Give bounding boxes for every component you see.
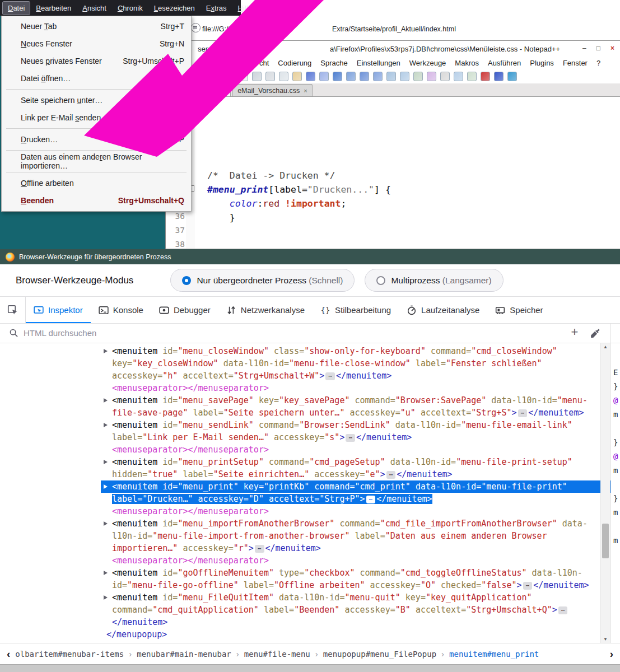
expand-arrow-icon[interactable] bbox=[104, 571, 108, 575]
scroll-down-icon[interactable]: ▼ bbox=[601, 637, 610, 642]
markup-line[interactable]: <menuitem id="goOfflineMenuitem" type="c… bbox=[101, 567, 620, 579]
close-all-icon[interactable] bbox=[239, 72, 248, 81]
copy-icon[interactable] bbox=[279, 72, 288, 81]
scroll-up-icon[interactable]: ▲ bbox=[601, 344, 610, 349]
markup-line[interactable]: l10n-id="menu-file-import-from-another-b… bbox=[101, 530, 620, 542]
file-menu-item[interactable]: Drucken…Strg+P bbox=[2, 130, 191, 148]
file-menu-item[interactable]: Link per E-Mail senden… bbox=[2, 109, 191, 126]
minimize-icon[interactable]: – bbox=[582, 44, 586, 52]
collapsed-content-badge[interactable]: ⋯ bbox=[518, 409, 528, 417]
expand-arrow-icon[interactable] bbox=[104, 484, 108, 489]
breadcrumb-forward-icon[interactable]: › bbox=[610, 648, 613, 660]
paste-icon[interactable] bbox=[292, 72, 302, 81]
document-map-icon[interactable] bbox=[454, 72, 463, 81]
file-menu-item[interactable]: Datei öffnen… bbox=[2, 69, 191, 87]
notepadpp-menu-item[interactable]: Einstellungen bbox=[357, 59, 400, 67]
notepadpp-menu-item[interactable]: Plugins bbox=[530, 59, 554, 67]
code-line[interactable]: #menu_print[label="Drucken..."] { bbox=[207, 184, 391, 196]
function-list-icon[interactable] bbox=[467, 72, 477, 81]
file-menu-item[interactable]: BeendenStrg+Umschalt+Q bbox=[2, 192, 191, 209]
radio-icon[interactable] bbox=[182, 276, 191, 285]
expand-arrow-icon[interactable] bbox=[104, 398, 108, 403]
breadcrumb-item[interactable]: menupopup#menu_FilePopup bbox=[323, 650, 436, 659]
node-picker-button[interactable] bbox=[0, 297, 26, 323]
toolbox-titlebar[interactable]: Browser-Werkzeuge für übergeordneten Pro… bbox=[0, 249, 620, 264]
close-tab-icon[interactable]: × bbox=[304, 87, 307, 94]
markup-line[interactable]: <menuseparator></menuseparator> bbox=[101, 505, 620, 517]
zoom-out-icon[interactable] bbox=[373, 72, 383, 81]
markup-line[interactable]: <menuitem id="menu_sendLink" command="Br… bbox=[101, 419, 620, 431]
menubar-item-chronik[interactable]: Chronik bbox=[113, 2, 148, 15]
file-menu-item[interactable]: Neues privates FensterStrg+Umschalt+P bbox=[2, 52, 191, 69]
add-node-button[interactable]: + bbox=[567, 325, 582, 339]
word-wrap-icon[interactable] bbox=[413, 72, 423, 81]
markup-line[interactable]: hidden="true" label="Seite einrichten…" … bbox=[101, 468, 620, 480]
notepadpp-menu-item[interactable]: Fenster bbox=[563, 59, 588, 67]
markup-line[interactable]: id="menu-file-go-offline" label="Offline… bbox=[101, 579, 620, 591]
menubar-item-extras[interactable]: Extras bbox=[201, 2, 232, 15]
sync-vertical-icon[interactable] bbox=[386, 72, 396, 81]
notepadpp-menu-item[interactable]: Sprache bbox=[320, 59, 347, 67]
close-icon[interactable]: × bbox=[610, 44, 614, 52]
collapsed-content-badge[interactable]: ⋯ bbox=[325, 372, 335, 380]
save-icon[interactable] bbox=[198, 72, 208, 81]
print-icon[interactable] bbox=[252, 72, 262, 81]
redo-icon[interactable] bbox=[319, 72, 329, 81]
breadcrumb-item[interactable]: menu#file-menu bbox=[244, 650, 310, 659]
breadcrumb-back-icon[interactable]: ‹ bbox=[7, 648, 10, 660]
markup-line[interactable]: <menuitem id="menu_closeWindow" class="s… bbox=[101, 345, 620, 357]
markup-line-selected[interactable]: label="Drucken…" accesskey="D" acceltext… bbox=[101, 493, 620, 505]
markup-line[interactable]: command="cmd_quitApplication" label="Bee… bbox=[101, 604, 620, 616]
expand-arrow-icon[interactable] bbox=[104, 349, 108, 353]
markup-line[interactable]: importieren…" accesskey="r">⋯</menuitem> bbox=[101, 542, 620, 554]
save-all-icon[interactable] bbox=[212, 72, 221, 81]
expand-arrow-icon[interactable] bbox=[104, 595, 108, 600]
devtools-tab-laufzeitanalyse[interactable]: Laufzeitanalyse bbox=[399, 297, 487, 323]
find-icon[interactable] bbox=[333, 72, 342, 81]
collapsed-content-badge[interactable]: ⋯ bbox=[386, 471, 396, 479]
markup-line[interactable]: label="Link per E-Mail senden…" accesske… bbox=[101, 431, 620, 444]
radio-icon[interactable] bbox=[376, 276, 385, 285]
sync-horizontal-icon[interactable] bbox=[400, 72, 409, 81]
play-macro-icon[interactable] bbox=[507, 72, 517, 81]
collapsed-content-badge[interactable]: ⋯ bbox=[366, 496, 376, 503]
code-line[interactable]: color:red !important; bbox=[207, 198, 346, 210]
devtools-tab-debugger[interactable]: Debugger bbox=[151, 297, 218, 323]
cut-icon[interactable] bbox=[265, 72, 275, 81]
undo-icon[interactable] bbox=[306, 72, 315, 81]
notepadpp-editor[interactable]: - /* Datei -> Drucken */#menu_print[labe… bbox=[166, 97, 620, 249]
markup-line[interactable]: <menuitem id="menu_savePage" key="key_sa… bbox=[101, 394, 620, 407]
file-menu-item[interactable]: Neues FensterStrg+N bbox=[2, 35, 191, 52]
notepadpp-menu-item[interactable]: Codierung bbox=[278, 59, 311, 67]
markup-line[interactable]: file-save-page" label="Seite speichern u… bbox=[101, 407, 620, 419]
html-search-input[interactable]: HTML durchsuchen bbox=[24, 328, 96, 338]
collapsed-content-badge[interactable]: ⋯ bbox=[523, 582, 533, 590]
expand-arrow-icon[interactable] bbox=[104, 423, 108, 427]
scrollbar-thumb[interactable] bbox=[602, 524, 609, 558]
close-tab-icon[interactable]: × bbox=[222, 87, 226, 94]
markup-line-selected[interactable]: <menuitem id="menu_print" key="printKb" … bbox=[101, 480, 620, 493]
devtools-tab-netzwerkanalyse[interactable]: Netzwerkanalyse bbox=[218, 297, 313, 323]
vertical-scrollbar[interactable]: ▲ ▼ bbox=[600, 343, 610, 643]
markup-line[interactable]: <menuitem id="menu_printSetup" command="… bbox=[101, 456, 620, 468]
notepadpp-menu-item[interactable]: cht bbox=[259, 59, 269, 67]
maximize-icon[interactable]: □ bbox=[596, 44, 600, 52]
breadcrumb-item[interactable]: olbaritem#menubar-items bbox=[15, 650, 124, 659]
code-line[interactable]: /* Datei -> Drucken */ bbox=[207, 170, 335, 182]
menubar-item-lesezeichen[interactable]: Lesezeichen bbox=[149, 2, 200, 15]
markup-line[interactable]: </menupopup> bbox=[95, 628, 620, 641]
zoom-in-icon[interactable] bbox=[360, 72, 369, 81]
notepadpp-menu-item[interactable]: ? bbox=[596, 59, 600, 67]
editor-tab[interactable]: eMail_Vorschau.css× bbox=[232, 84, 313, 96]
devtools-tab-stilbearbeitung[interactable]: {}Stilbearbeitung bbox=[313, 297, 399, 323]
collapsed-content-badge[interactable]: ⋯ bbox=[558, 606, 568, 614]
devtools-tab-speicher[interactable]: Speicher bbox=[487, 297, 551, 323]
stop-macro-icon[interactable] bbox=[494, 72, 504, 81]
notepadpp-menu-item[interactable]: Werkzeuge bbox=[409, 59, 446, 67]
record-macro-icon[interactable] bbox=[481, 72, 490, 81]
notepadpp-menu-item[interactable]: Makros bbox=[455, 59, 479, 67]
file-menu-item[interactable]: Offline arbeiten bbox=[2, 174, 191, 192]
indent-guide-icon[interactable] bbox=[440, 72, 450, 81]
collapsed-content-badge[interactable]: ⋯ bbox=[255, 545, 264, 553]
markup-line[interactable]: <menuseparator></menuseparator> bbox=[101, 382, 620, 394]
